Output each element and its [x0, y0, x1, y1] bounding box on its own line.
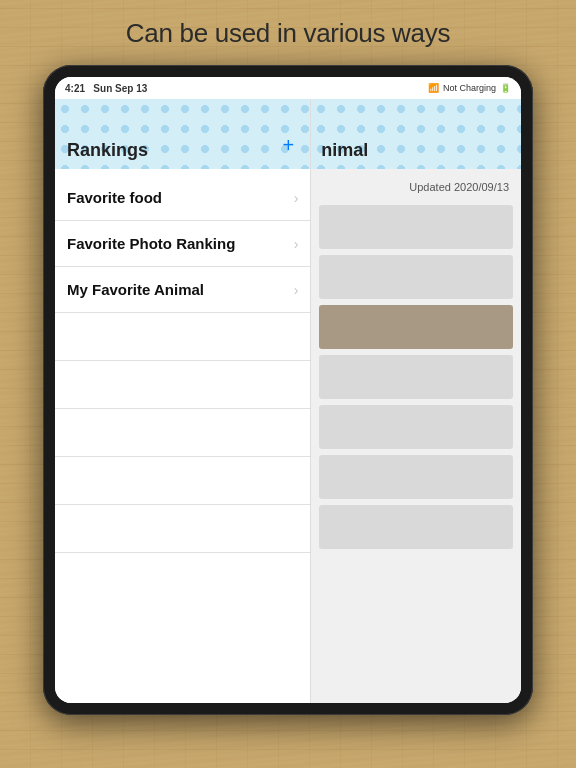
status-right: 📶 Not Charging 🔋: [428, 83, 511, 93]
content-row: [319, 205, 513, 249]
list-item[interactable]: My Favorite Animal ›: [55, 267, 310, 313]
empty-row: [55, 313, 310, 361]
content-row: [319, 505, 513, 549]
content-row-accent: [319, 305, 513, 349]
left-panel-header: Rankings +: [55, 99, 310, 169]
screen-content: Rankings + Favorite food › Favorite Phot…: [55, 99, 521, 703]
list-item-label: My Favorite Animal: [67, 281, 204, 298]
empty-row: [55, 457, 310, 505]
right-panel-content: Updated 2020/09/13: [311, 169, 521, 703]
right-panel-header: nimal: [311, 99, 521, 169]
page-title: Can be used in various ways: [106, 0, 470, 65]
battery-icon: 🔋: [500, 83, 511, 93]
left-panel: Rankings + Favorite food › Favorite Phot…: [55, 99, 311, 703]
empty-row: [55, 409, 310, 457]
wifi-icon: 📶: [428, 83, 439, 93]
tablet-screen: 4:21 Sun Sep 13 📶 Not Charging 🔋 Ranking…: [55, 77, 521, 703]
rankings-list: Favorite food › Favorite Photo Ranking ›…: [55, 169, 310, 703]
content-row: [319, 455, 513, 499]
list-item-label: Favorite food: [67, 189, 162, 206]
chevron-right-icon: ›: [294, 236, 299, 252]
right-panel: nimal Updated 2020/09/13: [311, 99, 521, 703]
content-row: [319, 255, 513, 299]
rankings-title: Rankings: [67, 140, 148, 161]
chevron-right-icon: ›: [294, 190, 299, 206]
right-panel-title: nimal: [321, 140, 368, 161]
status-bar: 4:21 Sun Sep 13 📶 Not Charging 🔋: [55, 77, 521, 99]
list-item[interactable]: Favorite food ›: [55, 175, 310, 221]
content-row: [319, 355, 513, 399]
content-row: [319, 405, 513, 449]
add-ranking-button[interactable]: +: [279, 130, 299, 161]
empty-row: [55, 505, 310, 553]
list-item[interactable]: Favorite Photo Ranking ›: [55, 221, 310, 267]
tablet-device: 4:21 Sun Sep 13 📶 Not Charging 🔋 Ranking…: [43, 65, 533, 715]
chevron-right-icon: ›: [294, 282, 299, 298]
battery-status: Not Charging: [443, 83, 496, 93]
list-item-label: Favorite Photo Ranking: [67, 235, 235, 252]
updated-timestamp: Updated 2020/09/13: [319, 177, 513, 199]
status-time: 4:21 Sun Sep 13: [65, 83, 147, 94]
empty-row: [55, 361, 310, 409]
